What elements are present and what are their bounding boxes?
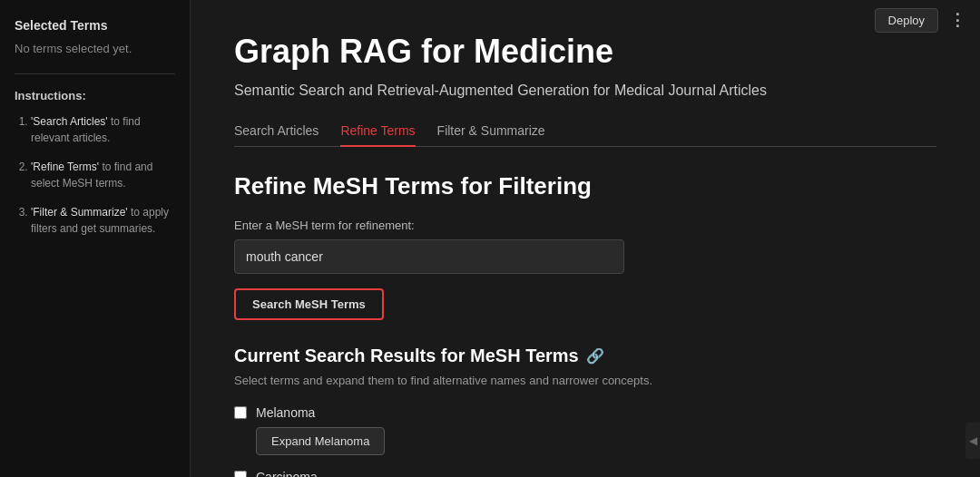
tab-search-articles[interactable]: Search Articles <box>234 123 318 147</box>
search-mesh-terms-button[interactable]: Search MeSH Terms <box>234 288 384 320</box>
input-label: Enter a MeSH term for refinement: <box>234 219 936 232</box>
results-description: Select terms and expand them to find alt… <box>234 374 936 387</box>
tab-filter-summarize[interactable]: Filter & Summarize <box>437 123 545 147</box>
instruction-2: 'Refine Terms' to find and select MeSH t… <box>31 159 175 191</box>
scroll-hint[interactable]: ◀ <box>965 423 980 459</box>
result-item-carcinoma: Carcinoma Expand Carcinoma <box>234 470 936 477</box>
instruction-3: 'Filter & Summarize' to apply filters an… <box>31 204 175 237</box>
instruction-1: 'Search Articles' to find relevant artic… <box>31 113 175 146</box>
topbar: Deploy ⋮ <box>191 0 980 40</box>
tab-refine-terms[interactable]: Refine Terms <box>340 123 415 147</box>
mesh-term-input[interactable] <box>234 239 624 274</box>
results-heading-text: Current Search Results for MeSH Terms <box>234 346 579 366</box>
results-heading: Current Search Results for MeSH Terms 🔗 <box>234 346 936 366</box>
sidebar-no-terms: No terms selected yet. <box>15 42 175 55</box>
deploy-button[interactable]: Deploy <box>875 8 938 33</box>
refine-section-heading: Refine MeSH Terms for Filtering <box>234 172 936 200</box>
sidebar-instructions: Instructions: 'Search Articles' to find … <box>15 89 175 249</box>
main-content: Graph RAG for Medicine Semantic Search a… <box>191 0 980 477</box>
instruction-2-quoted: 'Refine Terms' <box>31 161 99 173</box>
result-label-melanoma: Melanoma <box>256 405 315 420</box>
page-subtitle: Semantic Search and Retrieval-Augmented … <box>234 80 936 102</box>
instruction-1-quoted: 'Search Articles' <box>31 115 108 128</box>
expand-melanoma-button[interactable]: Expand Melanoma <box>256 427 385 455</box>
instruction-3-quoted: 'Filter & Summarize' <box>31 206 128 219</box>
checkbox-carcinoma[interactable] <box>234 471 247 477</box>
result-item-melanoma: Melanoma Expand Melanoma <box>234 405 936 455</box>
sidebar: Selected Terms No terms selected yet. In… <box>0 0 191 477</box>
link-icon[interactable]: 🔗 <box>586 347 604 365</box>
checkbox-melanoma[interactable] <box>234 406 247 419</box>
sidebar-divider <box>15 73 175 74</box>
sidebar-title: Selected Terms <box>15 18 175 33</box>
result-row-carcinoma: Carcinoma <box>234 470 936 477</box>
kebab-menu-icon[interactable]: ⋮ <box>949 10 965 30</box>
result-row-melanoma: Melanoma <box>234 405 936 420</box>
result-label-carcinoma: Carcinoma <box>256 470 318 477</box>
sidebar-instructions-title: Instructions: <box>15 89 175 102</box>
tab-bar: Search Articles Refine Terms Filter & Su… <box>234 123 936 147</box>
